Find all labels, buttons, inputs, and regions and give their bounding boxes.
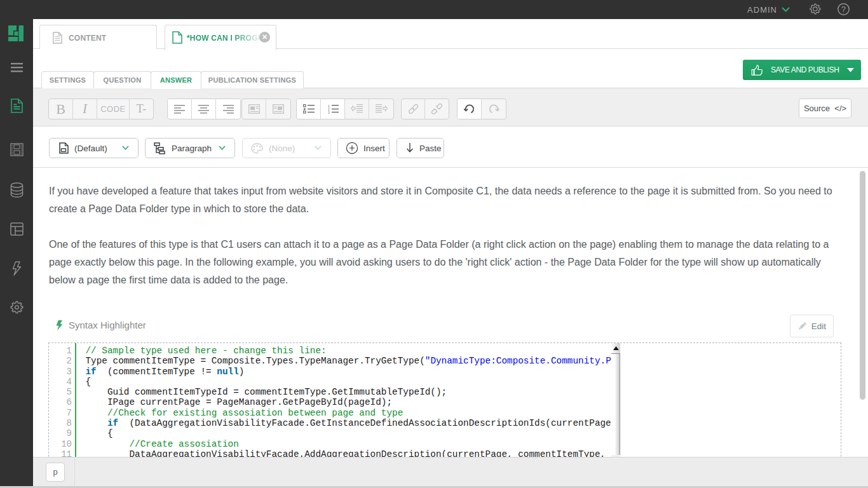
svg-text:?: ? bbox=[841, 5, 846, 14]
svg-text:3: 3 bbox=[328, 111, 330, 114]
